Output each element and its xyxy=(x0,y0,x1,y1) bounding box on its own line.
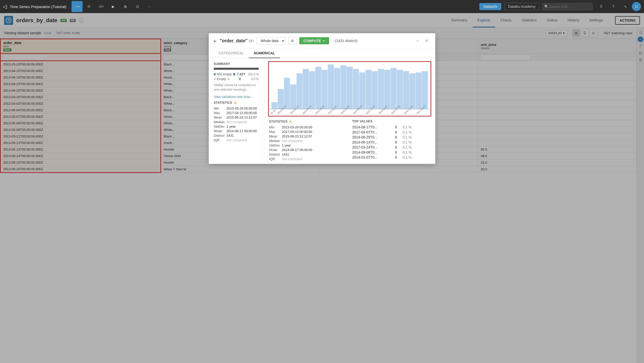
not-empty-pct: 100.0 % xyxy=(248,72,259,76)
compute-button[interactable]: COMPUTE ▼ xyxy=(299,37,329,44)
nav-icon-grid[interactable]: ⊞ xyxy=(120,1,131,12)
modal-tabs: CATEGORICAL NUMERICAL xyxy=(209,49,435,58)
svg-rect-5 xyxy=(290,85,296,109)
nav-icon-more[interactable]: ··· xyxy=(144,1,155,12)
svg-rect-20 xyxy=(384,70,390,109)
search-input[interactable] xyxy=(542,3,593,10)
histogram-chart: J5-31 2013-09-24 2014-01-17 2014-05-13 2… xyxy=(268,61,431,117)
app-logo: ◁ xyxy=(3,4,7,10)
validity-note: Validity cannot be computed on auto-dete… xyxy=(214,83,259,92)
nav-icon-deploy[interactable]: ⟳ xyxy=(84,1,95,12)
user-avatar[interactable]: U xyxy=(632,2,641,11)
top-value-row: 2017-03-24T0...60.1 % xyxy=(352,145,430,149)
top-value-row: 2014-09-08T0...60.1 % xyxy=(352,150,430,154)
modal-expand-icon[interactable]: ▶ xyxy=(214,39,217,43)
summary-bar xyxy=(214,68,259,70)
not-empty-dot2 xyxy=(233,73,235,75)
empty-pct: 0.0 % xyxy=(251,77,259,81)
svg-rect-25 xyxy=(416,72,421,109)
stats-section-right: STATISTICS ⚠ Min2013-03-29 00:00:00Max20… xyxy=(269,120,347,161)
search-icon: 🔍 xyxy=(544,5,549,9)
analytics-icon[interactable]: ∿ xyxy=(620,1,631,12)
academy-button[interactable]: Dataiku Academy xyxy=(504,3,539,10)
svg-rect-13 xyxy=(341,65,346,109)
svg-rect-7 xyxy=(303,69,309,109)
settings-gear-button[interactable]: ⚙ xyxy=(288,37,296,45)
help-icon[interactable]: ? xyxy=(608,1,619,12)
empty-dot xyxy=(214,78,216,80)
apps-icon[interactable]: ⠿ xyxy=(596,1,607,12)
svg-rect-24 xyxy=(410,74,415,109)
modal-title: "order_date" on xyxy=(220,38,254,44)
distinct-text: - (1431 distinct) xyxy=(333,39,357,43)
top-values-section: TOP VALUES 2014-08-17T0...60.1 %2017-04-… xyxy=(352,120,430,161)
modal-close-button[interactable]: × xyxy=(423,37,430,44)
view-variations-link[interactable]: View variations over time... xyxy=(214,95,259,99)
below-chart: STATISTICS ⚠ Min2013-03-29 00:00:00Max20… xyxy=(268,120,431,161)
search-wrap: 🔍 xyxy=(542,3,593,10)
modal-tab-categorical[interactable]: CATEGORICAL xyxy=(214,49,249,58)
modal-tab-numerical[interactable]: NUMERICAL xyxy=(249,49,280,58)
top-values-list: 2014-08-17T0...60.1 %2017-04-07T0...60.1… xyxy=(352,125,430,159)
top-value-row: 2014-06-29T0...60.1 % xyxy=(352,135,430,139)
top-nav: ◁ Time Series Preparation (Tutorial) ⟶ ⟳… xyxy=(0,0,644,13)
svg-rect-21 xyxy=(391,68,397,109)
top-value-row: 2014-08-17T0...60.1 % xyxy=(352,125,430,129)
top-value-row: 2014-01-07T0...60.1 % xyxy=(352,155,430,159)
modal-minimize-button[interactable]: − xyxy=(414,37,421,44)
svg-rect-16 xyxy=(359,72,365,109)
svg-rect-19 xyxy=(378,69,384,109)
empty-row: Empty 0 0.0 % xyxy=(214,77,259,81)
empty-count: 0 xyxy=(239,77,241,81)
modal-header: ▶ "order_date" on Whole data ⚙ COMPUTE ▼… xyxy=(209,33,435,49)
stats-grid-right: Min2013-03-29 00:00:00Max2017-04-13 00:0… xyxy=(269,125,347,161)
svg-rect-2 xyxy=(272,102,277,109)
svg-rect-18 xyxy=(372,71,378,109)
svg-rect-23 xyxy=(403,71,409,109)
app-title: Time Series Preparation (Tutorial) xyxy=(10,5,66,9)
modal-right-panel: J5-31 2013-09-24 2014-01-17 2014-05-13 2… xyxy=(264,58,435,164)
summary-title: SUMMARY xyxy=(214,62,259,66)
svg-rect-9 xyxy=(315,67,321,109)
column-stats-modal: ▶ "order_date" on Whole data ⚙ COMPUTE ▼… xyxy=(209,33,435,164)
nav-icon-pipeline[interactable]: ⟶ xyxy=(71,1,83,12)
svg-rect-3 xyxy=(278,89,284,109)
modal-close-buttons: − × xyxy=(414,37,430,44)
compute-dropdown-arrow: ▼ xyxy=(323,40,325,42)
svg-rect-6 xyxy=(297,74,302,109)
top-value-row: 2014-08-14T0...60.1 % xyxy=(352,140,430,144)
svg-rect-22 xyxy=(397,70,403,109)
not-empty-dot xyxy=(214,73,216,75)
nav-icon-screen[interactable]: ⊡ xyxy=(132,1,143,12)
svg-rect-15 xyxy=(353,69,359,109)
not-empty-count: 7,427 xyxy=(237,72,245,76)
svg-rect-4 xyxy=(284,78,290,109)
stats-grid: Min2013-03-29 00:00:00Max2017-04-13 00:0… xyxy=(214,106,259,142)
modal-left-panel: SUMMARY Not empty 7,427 100.0 % xyxy=(209,58,264,164)
svg-rect-8 xyxy=(309,71,315,109)
svg-rect-17 xyxy=(366,70,371,109)
svg-rect-14 xyxy=(347,67,353,109)
not-empty-row: Not empty 7,427 100.0 % xyxy=(214,72,259,76)
nav-icon-code[interactable]: </> xyxy=(96,1,107,12)
nav-icon-play[interactable]: ▶ xyxy=(108,1,119,12)
top-value-row: 2017-04-07T0...60.1 % xyxy=(352,130,430,134)
modal-body: SUMMARY Not empty 7,427 100.0 % xyxy=(209,58,435,164)
modal-backdrop: ▶ "order_date" on Whole data ⚙ COMPUTE ▼… xyxy=(0,13,644,363)
svg-rect-12 xyxy=(334,68,340,109)
svg-rect-10 xyxy=(322,70,328,109)
svg-rect-11 xyxy=(328,65,334,109)
stats-warning-icon: ⚠ xyxy=(234,101,237,104)
stats-warn-right: ⚠ xyxy=(289,120,292,123)
statistics-title: STATISTICS ⚠ xyxy=(214,101,259,104)
svg-rect-26 xyxy=(422,71,428,109)
top-values-title: TOP VALUES xyxy=(352,120,430,123)
datasets-button[interactable]: Datasets xyxy=(479,3,501,10)
whole-data-select[interactable]: Whole data xyxy=(257,37,285,45)
